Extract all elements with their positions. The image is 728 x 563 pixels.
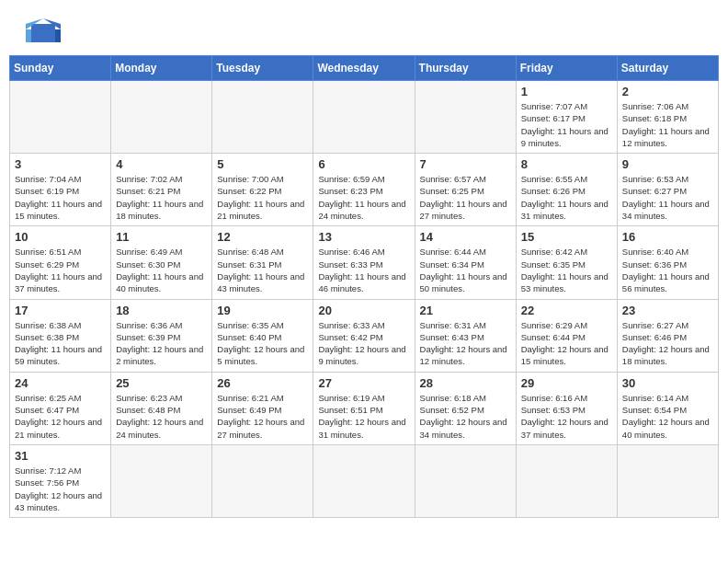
day-number: 19 <box>217 304 308 317</box>
day-info: Sunrise: 6:59 AM Sunset: 6:23 PM Dayligh… <box>318 173 409 222</box>
day-info: Sunrise: 6:46 AM Sunset: 6:33 PM Dayligh… <box>318 246 409 294</box>
week-row-4: 17Sunrise: 6:38 AM Sunset: 6:38 PM Dayli… <box>10 299 719 372</box>
day-info: Sunrise: 6:42 AM Sunset: 6:35 PM Dayligh… <box>521 246 612 294</box>
header-day-monday: Monday <box>111 56 212 81</box>
day-info: Sunrise: 6:36 AM Sunset: 6:39 PM Dayligh… <box>116 319 207 368</box>
page-header <box>0 0 728 55</box>
calendar-cell: 15Sunrise: 6:42 AM Sunset: 6:35 PM Dayli… <box>516 226 617 299</box>
day-number: 6 <box>318 157 409 171</box>
day-number: 14 <box>420 230 511 244</box>
calendar-cell <box>415 444 516 517</box>
day-number: 1 <box>521 85 612 98</box>
header-day-sunday: Sunday <box>10 56 111 81</box>
day-number: 28 <box>420 376 511 390</box>
header-day-friday: Friday <box>516 56 617 81</box>
day-info: Sunrise: 7:07 AM Sunset: 6:17 PM Dayligh… <box>521 100 612 149</box>
calendar-cell: 12Sunrise: 6:48 AM Sunset: 6:31 PM Dayli… <box>212 226 313 299</box>
day-number: 4 <box>116 157 207 171</box>
week-row-2: 3Sunrise: 7:04 AM Sunset: 6:19 PM Daylig… <box>10 154 719 226</box>
calendar-cell <box>415 81 516 154</box>
week-row-1: 1Sunrise: 7:07 AM Sunset: 6:17 PM Daylig… <box>10 81 719 154</box>
day-info: Sunrise: 6:29 AM Sunset: 6:44 PM Dayligh… <box>521 319 612 368</box>
day-number: 13 <box>318 230 409 244</box>
day-number: 12 <box>217 230 308 244</box>
day-info: Sunrise: 6:44 AM Sunset: 6:34 PM Dayligh… <box>420 246 511 294</box>
day-number: 8 <box>521 157 612 171</box>
day-info: Sunrise: 6:38 AM Sunset: 6:38 PM Dayligh… <box>15 319 106 368</box>
day-info: Sunrise: 6:27 AM Sunset: 6:46 PM Dayligh… <box>622 319 713 368</box>
header-day-tuesday: Tuesday <box>212 56 313 81</box>
day-number: 16 <box>622 230 713 244</box>
day-info: Sunrise: 6:25 AM Sunset: 6:47 PM Dayligh… <box>15 392 106 441</box>
calendar-cell: 27Sunrise: 6:19 AM Sunset: 6:51 PM Dayli… <box>313 372 415 444</box>
day-info: Sunrise: 7:12 AM Sunset: 7:56 PM Dayligh… <box>15 465 106 513</box>
day-info: Sunrise: 7:04 AM Sunset: 6:19 PM Dayligh… <box>15 173 106 222</box>
day-info: Sunrise: 6:18 AM Sunset: 6:52 PM Dayligh… <box>420 392 511 441</box>
calendar-cell: 8Sunrise: 6:55 AM Sunset: 6:26 PM Daylig… <box>516 154 617 226</box>
calendar-cell: 25Sunrise: 6:23 AM Sunset: 6:48 PM Dayli… <box>111 372 212 444</box>
calendar-cell: 9Sunrise: 6:53 AM Sunset: 6:27 PM Daylig… <box>617 154 718 226</box>
day-info: Sunrise: 6:21 AM Sunset: 6:49 PM Dayligh… <box>217 392 308 441</box>
day-info: Sunrise: 6:19 AM Sunset: 6:51 PM Dayligh… <box>318 392 409 441</box>
day-number: 26 <box>217 376 308 390</box>
calendar-cell <box>111 81 212 154</box>
calendar-cell: 30Sunrise: 6:14 AM Sunset: 6:54 PM Dayli… <box>617 372 718 444</box>
day-info: Sunrise: 7:00 AM Sunset: 6:22 PM Dayligh… <box>217 173 308 222</box>
calendar-cell: 19Sunrise: 6:35 AM Sunset: 6:40 PM Dayli… <box>212 299 313 372</box>
day-info: Sunrise: 6:31 AM Sunset: 6:43 PM Dayligh… <box>420 319 511 368</box>
logo <box>22 17 61 46</box>
calendar-cell <box>516 444 617 517</box>
calendar-cell <box>111 444 212 517</box>
day-info: Sunrise: 6:35 AM Sunset: 6:40 PM Dayligh… <box>217 319 308 368</box>
day-number: 5 <box>217 157 308 171</box>
calendar-cell: 20Sunrise: 6:33 AM Sunset: 6:42 PM Dayli… <box>313 299 415 372</box>
day-info: Sunrise: 6:33 AM Sunset: 6:42 PM Dayligh… <box>318 319 409 368</box>
calendar-cell: 17Sunrise: 6:38 AM Sunset: 6:38 PM Dayli… <box>10 299 111 372</box>
day-info: Sunrise: 6:14 AM Sunset: 6:54 PM Dayligh… <box>622 392 713 441</box>
calendar-cell: 10Sunrise: 6:51 AM Sunset: 6:29 PM Dayli… <box>10 226 111 299</box>
day-number: 27 <box>318 376 409 390</box>
logo-icon <box>26 17 61 46</box>
calendar-cell <box>212 81 313 154</box>
calendar-cell <box>313 444 415 517</box>
day-number: 23 <box>622 304 713 317</box>
svg-marker-0 <box>31 24 55 42</box>
calendar-cell: 7Sunrise: 6:57 AM Sunset: 6:25 PM Daylig… <box>415 154 516 226</box>
calendar-cell: 2Sunrise: 7:06 AM Sunset: 6:18 PM Daylig… <box>617 81 718 154</box>
day-number: 18 <box>116 304 207 317</box>
calendar-cell: 13Sunrise: 6:46 AM Sunset: 6:33 PM Dayli… <box>313 226 415 299</box>
calendar-cell <box>313 81 415 154</box>
calendar-cell: 28Sunrise: 6:18 AM Sunset: 6:52 PM Dayli… <box>415 372 516 444</box>
day-info: Sunrise: 7:02 AM Sunset: 6:21 PM Dayligh… <box>116 173 207 222</box>
calendar-cell: 11Sunrise: 6:49 AM Sunset: 6:30 PM Dayli… <box>111 226 212 299</box>
calendar-cell: 16Sunrise: 6:40 AM Sunset: 6:36 PM Dayli… <box>617 226 718 299</box>
day-number: 7 <box>420 157 511 171</box>
week-row-5: 24Sunrise: 6:25 AM Sunset: 6:47 PM Dayli… <box>10 372 719 444</box>
week-row-3: 10Sunrise: 6:51 AM Sunset: 6:29 PM Dayli… <box>10 226 719 299</box>
day-number: 24 <box>15 376 106 390</box>
day-info: Sunrise: 6:48 AM Sunset: 6:31 PM Dayligh… <box>217 246 308 294</box>
calendar: SundayMondayTuesdayWednesdayThursdayFrid… <box>0 55 728 527</box>
calendar-table: SundayMondayTuesdayWednesdayThursdayFrid… <box>9 55 719 518</box>
calendar-cell: 4Sunrise: 7:02 AM Sunset: 6:21 PM Daylig… <box>111 154 212 226</box>
calendar-cell: 3Sunrise: 7:04 AM Sunset: 6:19 PM Daylig… <box>10 154 111 226</box>
day-info: Sunrise: 6:40 AM Sunset: 6:36 PM Dayligh… <box>622 246 713 294</box>
day-number: 31 <box>15 449 106 463</box>
day-number: 11 <box>116 230 207 244</box>
day-number: 20 <box>318 304 409 317</box>
calendar-cell: 23Sunrise: 6:27 AM Sunset: 6:46 PM Dayli… <box>617 299 718 372</box>
calendar-body: 1Sunrise: 7:07 AM Sunset: 6:17 PM Daylig… <box>10 81 719 518</box>
calendar-header: SundayMondayTuesdayWednesdayThursdayFrid… <box>10 56 719 81</box>
calendar-cell: 24Sunrise: 6:25 AM Sunset: 6:47 PM Dayli… <box>10 372 111 444</box>
header-day-wednesday: Wednesday <box>313 56 415 81</box>
day-info: Sunrise: 6:16 AM Sunset: 6:53 PM Dayligh… <box>521 392 612 441</box>
day-info: Sunrise: 7:06 AM Sunset: 6:18 PM Dayligh… <box>622 100 713 149</box>
day-info: Sunrise: 6:49 AM Sunset: 6:30 PM Dayligh… <box>116 246 207 294</box>
calendar-cell: 1Sunrise: 7:07 AM Sunset: 6:17 PM Daylig… <box>516 81 617 154</box>
day-number: 30 <box>622 376 713 390</box>
calendar-cell: 21Sunrise: 6:31 AM Sunset: 6:43 PM Dayli… <box>415 299 516 372</box>
day-number: 2 <box>622 85 713 98</box>
calendar-cell: 29Sunrise: 6:16 AM Sunset: 6:53 PM Dayli… <box>516 372 617 444</box>
day-number: 3 <box>15 157 106 171</box>
calendar-cell: 5Sunrise: 7:00 AM Sunset: 6:22 PM Daylig… <box>212 154 313 226</box>
